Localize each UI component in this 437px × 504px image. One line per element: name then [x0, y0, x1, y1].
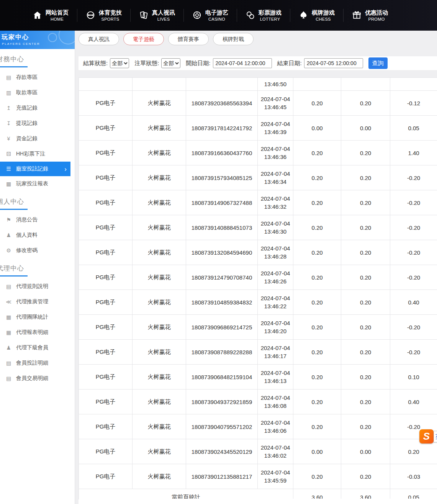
- cell-game: 火树赢花: [133, 240, 186, 265]
- nav-separator: [130, 9, 131, 22]
- sidebar-item-label: 存款專區: [16, 74, 38, 81]
- search-button[interactable]: 查詢: [368, 57, 388, 69]
- sidebar-item[interactable]: ♟個人資料: [0, 227, 75, 243]
- sidebar-item[interactable]: ▤會員投註明細: [0, 355, 75, 371]
- main-content: 真人視訊電子遊藝體育賽事棋牌對戰 結算狀態: 全部 注單狀態: 全部 開始日期:…: [75, 31, 437, 504]
- cell-order-id: 1808739068482159104: [186, 365, 258, 389]
- start-date-input[interactable]: [213, 58, 272, 68]
- agent-team-icon: ▦: [5, 314, 12, 320]
- ime-language-indicator[interactable]: 英: [434, 431, 437, 442]
- section-underline: [0, 275, 28, 277]
- password-icon: ⚙: [5, 247, 12, 254]
- cell-datetime: 2024-07-0413:46:32: [258, 190, 293, 215]
- cell-bet-amount: 0.20: [293, 414, 341, 439]
- cell-valid-amount: 0.20: [341, 340, 390, 365]
- cell-valid-amount: 0.20: [341, 365, 390, 389]
- sidebar-section-title: 代理中心: [0, 264, 75, 273]
- nav-item-title: 体育竞技: [99, 9, 122, 16]
- cell-order-id: [186, 78, 258, 91]
- sidebar-item[interactable]: ▦代理團隊統計: [0, 309, 75, 325]
- nav-item-lives[interactable]: 真人视讯LIVES: [139, 9, 175, 22]
- sidebar-item[interactable]: ♟代理下級會員: [0, 340, 75, 355]
- sogou-ime-icon[interactable]: S: [419, 429, 434, 443]
- cell-datetime: 2024-07-0413:45:59: [258, 464, 293, 489]
- sidebar-item[interactable]: ⚄HH彩票下注: [0, 146, 75, 162]
- agent-members-icon: ♟: [5, 345, 12, 351]
- sidebar-item[interactable]: ▦代理報表明細: [0, 325, 75, 340]
- cell-provider: PG电子: [79, 91, 133, 116]
- chevron-right-icon: ›: [64, 166, 67, 172]
- sidebar-item[interactable]: ↥充值記錄: [0, 100, 75, 116]
- cell-bet-amount: 0.00: [293, 116, 341, 141]
- cell-datetime: 2024-07-0413:46:28: [258, 240, 293, 265]
- bet-status-select[interactable]: 全部: [161, 58, 180, 68]
- nav-item-casino[interactable]: 电子游艺CASINO: [192, 9, 228, 22]
- sidebar-item[interactable]: ⚙修改密碼: [0, 243, 75, 258]
- sidebar-item-label: 代理下級會員: [16, 344, 48, 351]
- ime-widget[interactable]: S 英: [419, 429, 437, 443]
- cell-date: 2024-07-04: [259, 170, 291, 178]
- sidebar-item[interactable]: ▤會員交易明細: [0, 371, 75, 386]
- tab-sports-events[interactable]: 體育賽事: [168, 33, 209, 45]
- cell-game: 火树赢花: [133, 91, 186, 116]
- cell-date: 2024-07-04: [259, 269, 291, 277]
- sidebar-item[interactable]: ≪代理推廣管理: [0, 294, 75, 309]
- nav-separator: [77, 9, 77, 22]
- sidebar-item[interactable]: ¥資金記錄: [0, 131, 75, 146]
- cell-valid-amount: 0.20: [341, 240, 390, 265]
- sidebar-item[interactable]: ↧提現記錄: [0, 116, 75, 131]
- nav-item-lottery[interactable]: 彩票游戏LOTTERY: [246, 9, 282, 22]
- end-date-label: 結束日期:: [277, 60, 302, 67]
- cell-provider: PG电子: [79, 414, 133, 439]
- nav-item-subtitle: CHESS: [316, 16, 331, 22]
- sidebar-item-label: 會員交易明細: [16, 375, 48, 382]
- cell-valid-amount: 0.20: [341, 91, 390, 116]
- sidebar-item[interactable]: ▥取款專區: [0, 85, 75, 100]
- cell-date: 2024-07-04: [259, 294, 291, 302]
- cell-time: 13:46:13: [259, 377, 291, 385]
- cell-valid-amount: 0.20: [341, 389, 390, 414]
- home-icon: [33, 10, 42, 20]
- cell-datetime: 13:46:50: [258, 78, 293, 91]
- nav-separator: [343, 9, 344, 22]
- nav-item-sports[interactable]: 体育竞技SPORTS: [86, 9, 122, 22]
- table-row: PG电子火树赢花18087391781422417922024-07-0413:…: [79, 116, 437, 141]
- sidebar: 玩家中心 PLAYERS CENTER 財務中心▤存款專區▥取款專區↥充值記錄↧…: [0, 31, 75, 504]
- cell-time: 13:46:08: [259, 402, 291, 410]
- table-row: PG电子火树赢花18087390493729218592024-07-0413:…: [79, 389, 437, 414]
- cell-time: 13:46:39: [259, 128, 291, 136]
- cell-order-id: 1808739157934085125: [186, 165, 258, 190]
- cell-date: 2024-07-04: [259, 369, 291, 377]
- cell-time: 13:46:17: [259, 352, 291, 360]
- player-report-icon: ▦: [5, 181, 12, 187]
- cell-bet-amount: 0.20: [293, 315, 341, 340]
- sidebar-item[interactable]: ☰廳室投註記錄›: [0, 162, 70, 176]
- sidebar-item[interactable]: ▤存款專區: [0, 70, 75, 85]
- tab-chess-battle[interactable]: 棋牌對戰: [213, 33, 254, 45]
- cell-bet-amount: 0.20: [293, 215, 341, 240]
- cell-order-id: 1808739132084594690: [186, 240, 258, 265]
- sidebar-item[interactable]: ▤代理規則說明: [0, 279, 75, 294]
- tab-live-video[interactable]: 真人視訊: [79, 33, 119, 45]
- table-row: PG电子火树赢花18087391048593848322024-07-0413:…: [79, 290, 437, 315]
- end-date-input[interactable]: [304, 58, 363, 68]
- cell-win-loss: -0.03: [390, 464, 437, 489]
- tab-electronic-games[interactable]: 電子遊藝: [123, 33, 164, 45]
- table-row: PG电子火树赢花18087390684821591042024-07-0413:…: [79, 365, 437, 389]
- cell-win-loss: -0.20: [390, 190, 437, 215]
- sidebar-item-label: 提現記錄: [16, 120, 38, 127]
- nav-separator: [183, 9, 184, 22]
- cell-provider: PG电子: [79, 315, 133, 340]
- sidebar-item[interactable]: ⚑消息公告: [0, 212, 75, 227]
- settle-status-select[interactable]: 全部: [110, 58, 129, 68]
- sidebar-item[interactable]: ▦玩家投注報表: [0, 176, 75, 191]
- nav-item-chess[interactable]: 棋牌游戏CHESS: [299, 9, 335, 22]
- cell-game: 火树赢花: [133, 215, 186, 240]
- section-underline: [0, 209, 28, 210]
- bet-table-body: 13:46:50PG电子火树赢花18087392036855633942024-…: [79, 78, 437, 504]
- nav-item-promo[interactable]: 优惠活动PROMO: [352, 9, 388, 22]
- section-underline: [0, 66, 28, 67]
- cell-valid-amount: 0.20: [341, 290, 390, 315]
- nav-item-home[interactable]: 网站首页HOME: [33, 9, 69, 22]
- cell-provider: PG电子: [79, 290, 133, 315]
